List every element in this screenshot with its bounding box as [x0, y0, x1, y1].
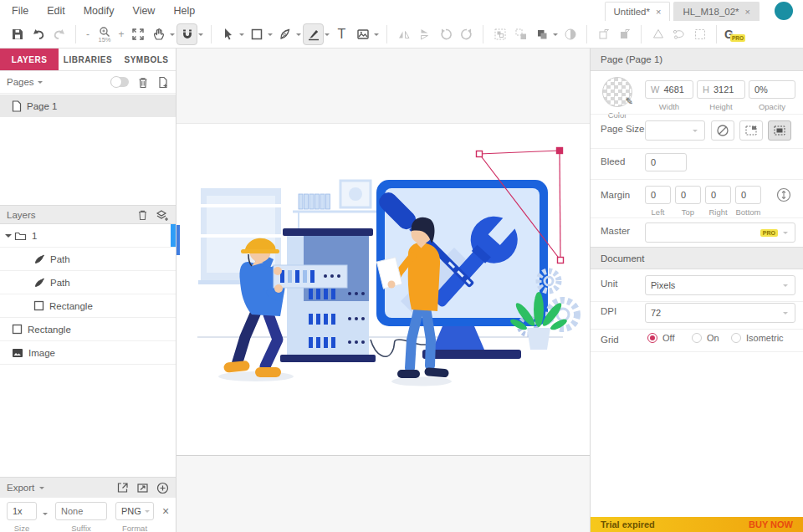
margin-bottom-input[interactable]: 0: [735, 186, 761, 204]
pen-tool-caret[interactable]: [296, 33, 301, 38]
rotate-ccw-button[interactable]: [435, 23, 456, 45]
no-orientation-button[interactable]: [711, 120, 734, 141]
brush-tool-caret[interactable]: [325, 33, 330, 38]
layer-row-path[interactable]: Path: [0, 271, 176, 294]
layer-row-image[interactable]: Image: [0, 341, 176, 365]
page-size-select[interactable]: [645, 120, 705, 141]
save-button[interactable]: [7, 23, 28, 45]
add-page-icon[interactable]: [157, 76, 169, 89]
mask-icon: [563, 27, 578, 42]
chevron-down-icon[interactable]: [5, 234, 12, 241]
page-list-item[interactable]: Page 1: [0, 95, 176, 117]
pointer-tool-caret[interactable]: [239, 33, 244, 38]
zoom-in-button[interactable]: +: [115, 28, 127, 40]
grid-option-isometric[interactable]: Isometric: [731, 333, 784, 343]
color-swatch[interactable]: ✎: [602, 77, 632, 107]
close-icon[interactable]: ×: [745, 7, 750, 17]
zoom-out-button[interactable]: -: [82, 28, 94, 40]
export-format-select[interactable]: PNG: [115, 502, 154, 520]
tab-symbols[interactable]: SYMBOLS: [117, 49, 176, 70]
pages-toggle[interactable]: [110, 77, 129, 87]
trash-icon[interactable]: [137, 76, 149, 89]
pen-tool-icon: [278, 27, 293, 42]
group-button[interactable]: [489, 23, 510, 45]
close-icon[interactable]: ×: [656, 7, 661, 17]
fit-screen-button[interactable]: [127, 23, 148, 45]
tab-hl-m18-02[interactable]: HL_M18_02* ×: [673, 2, 760, 21]
rotate-cw-button[interactable]: [456, 23, 477, 45]
shape-tool-caret[interactable]: [268, 33, 273, 38]
arrange-caret[interactable]: [553, 33, 558, 38]
user-avatar[interactable]: [775, 2, 793, 20]
ungroup-button[interactable]: [510, 23, 531, 45]
image-tool-caret[interactable]: [374, 33, 379, 38]
send-backward-button[interactable]: [614, 23, 635, 45]
rectangle-icon: [33, 300, 44, 311]
tab-libraries[interactable]: LIBRARIES: [59, 49, 117, 70]
portrait-orientation-button[interactable]: [739, 120, 763, 141]
tab-layers[interactable]: LAYERS: [0, 49, 59, 70]
layer-row-rectangle[interactable]: Rectangle: [0, 318, 176, 341]
export-caret[interactable]: [39, 487, 44, 492]
export-size-caret[interactable]: [43, 513, 48, 518]
trash-icon[interactable]: [137, 209, 148, 221]
buy-now-button[interactable]: BUY NOW: [749, 519, 793, 529]
margin-top-input[interactable]: 0: [675, 186, 701, 204]
text-tool-button[interactable]: T: [331, 23, 352, 45]
bleed-input[interactable]: 0: [645, 153, 687, 171]
canvas-viewport[interactable]: [176, 49, 590, 532]
export-as-icon[interactable]: [136, 482, 149, 494]
flip-horizontal-button[interactable]: [393, 23, 414, 45]
remove-export-icon[interactable]: ×: [162, 504, 169, 518]
document-section-header: Document: [591, 247, 803, 269]
landscape-orientation-button[interactable]: [768, 120, 791, 141]
width-input[interactable]: W 4681: [645, 80, 693, 99]
master-select[interactable]: PRO: [645, 223, 795, 243]
snap-caret[interactable]: [198, 33, 203, 38]
shape-tool-button[interactable]: [246, 23, 267, 45]
margin-left-input[interactable]: 0: [645, 186, 671, 204]
grid-option-on[interactable]: On: [692, 333, 719, 343]
export-suffix-input[interactable]: [55, 502, 107, 520]
snap-magnet-button[interactable]: [176, 23, 197, 45]
height-input[interactable]: H 3121: [697, 80, 745, 99]
arrange-button[interactable]: [531, 23, 552, 45]
marquee-button[interactable]: [689, 23, 710, 45]
bring-forward-button[interactable]: [593, 23, 614, 45]
tab-untitled[interactable]: Untitled* ×: [605, 2, 671, 21]
brush-tool-button[interactable]: [303, 23, 324, 45]
redo-button[interactable]: [49, 23, 69, 45]
export-size-input[interactable]: 1x: [7, 502, 37, 520]
menu-file[interactable]: File: [12, 5, 28, 17]
export-icon[interactable]: [116, 482, 129, 494]
flip-vertical-button[interactable]: [414, 23, 435, 45]
dpi-label: DPI: [601, 306, 616, 316]
pointer-tool-button[interactable]: [217, 23, 238, 45]
unit-select[interactable]: Pixels: [645, 275, 795, 295]
pages-caret[interactable]: [38, 81, 43, 86]
menu-modify[interactable]: Modify: [84, 5, 115, 17]
layer-row-group[interactable]: 1: [0, 224, 176, 248]
menu-edit[interactable]: Edit: [47, 5, 65, 17]
layer-row-rectangle[interactable]: Rectangle: [0, 294, 176, 318]
opacity-input[interactable]: 0%: [749, 80, 795, 99]
menu-help[interactable]: Help: [173, 5, 195, 17]
menu-view[interactable]: View: [133, 5, 156, 17]
undo-button[interactable]: [28, 23, 49, 45]
image-tool-button[interactable]: [352, 23, 373, 45]
hand-tool-button[interactable]: [148, 23, 169, 45]
zoom-level-control[interactable]: 15%: [94, 26, 115, 43]
dpi-select[interactable]: 72: [645, 303, 795, 323]
layer-row-path[interactable]: Path: [0, 248, 176, 271]
boolean-ops-button[interactable]: [647, 23, 668, 45]
margin-right-input[interactable]: 0: [705, 186, 731, 204]
hand-tool-caret[interactable]: [170, 33, 175, 38]
pro-feature-button[interactable]: G PRO: [723, 23, 747, 45]
add-export-icon[interactable]: [156, 482, 169, 494]
move-to-layer-icon[interactable]: [156, 209, 169, 221]
pen-tool-button[interactable]: [274, 23, 295, 45]
mask-button[interactable]: [560, 23, 581, 45]
grid-option-off[interactable]: Off: [647, 333, 674, 343]
nodes-button[interactable]: [668, 23, 689, 45]
link-margins-icon[interactable]: [776, 187, 791, 202]
